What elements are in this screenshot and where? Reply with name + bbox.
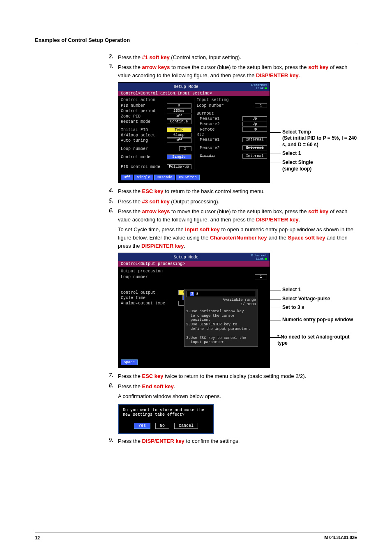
text: Press the bbox=[118, 188, 142, 194]
loop-number-value[interactable]: 1 bbox=[179, 146, 191, 151]
callout-select-temp: Select Temp (Set initial PID to P = 5%, … bbox=[277, 129, 357, 148]
initial-pid-label: Initial PID bbox=[121, 128, 167, 132]
hl-end-soft-key: End soft key bbox=[142, 383, 174, 389]
popup-input-value: 3 bbox=[190, 292, 194, 296]
hl-soft-key: soft key bbox=[308, 208, 328, 214]
dialog-yes-button[interactable]: Yes bbox=[134, 423, 150, 429]
step-number: 7. bbox=[109, 372, 118, 379]
step-4: 4. Press the ESC key to return to the ba… bbox=[109, 187, 357, 196]
text: to move the cursor (blue) to the setup i… bbox=[170, 64, 308, 70]
output-processing-group-title: Output processing bbox=[121, 269, 267, 274]
rjc-measure2-value[interactable]: Internal bbox=[242, 145, 267, 150]
is-loop-number-label: Loop number bbox=[197, 104, 255, 108]
text: To set Cycle time, press the bbox=[118, 226, 185, 233]
hl-disp-enter: DISP/ENTER key bbox=[256, 72, 298, 78]
header-rule bbox=[35, 45, 357, 45]
callout-text: * No need to set Analog-output type bbox=[277, 334, 350, 346]
content-area: 2. Press the #1 soft key (Control action… bbox=[109, 53, 357, 445]
pid-control-mode-value[interactable]: Follow-up bbox=[167, 164, 191, 169]
step-2: 2. Press the #1 soft key (Control action… bbox=[109, 53, 357, 62]
hl-esc-key: ESC key bbox=[142, 373, 164, 379]
dialog-cancel-button[interactable]: Cancel bbox=[174, 423, 198, 429]
text: . bbox=[298, 72, 300, 78]
callout-select-1: Select 1 bbox=[277, 150, 357, 157]
dialog-no-button[interactable]: No bbox=[155, 423, 169, 429]
hl-disp-enter: DISP/ENTER key bbox=[142, 438, 184, 444]
softkey-cascade[interactable]: Cascade bbox=[154, 175, 175, 180]
burnout-measure1-value[interactable]: Up bbox=[242, 116, 267, 121]
callout-text: Select 1 bbox=[282, 150, 301, 156]
hl-soft-key: soft key bbox=[308, 64, 328, 70]
text: Press the bbox=[118, 373, 142, 379]
burnout-measure2-label: Measure2 bbox=[197, 122, 243, 127]
auto-tuning-label: Auto tuning bbox=[121, 138, 167, 143]
step-number: 3. bbox=[109, 63, 118, 70]
softkey-space[interactable]: Space bbox=[121, 359, 138, 365]
burnout-remote-value[interactable]: Up bbox=[242, 127, 267, 132]
callout-select-1: Select 1 bbox=[277, 287, 357, 293]
input-setting-group-title: Input setting bbox=[197, 98, 267, 102]
popup-range-label: Available range bbox=[223, 298, 256, 302]
softkey-off[interactable]: Off bbox=[121, 175, 133, 180]
step-6: 6. Press the arrow keys to move the curs… bbox=[109, 207, 357, 224]
step-body: Press the arrow keys to move the cursor … bbox=[118, 63, 357, 80]
op-loop-number-value[interactable]: 1 bbox=[255, 274, 267, 279]
burnout-measure2-value[interactable]: Up bbox=[242, 122, 267, 127]
text: . bbox=[184, 243, 185, 249]
rjc-measure1-value[interactable]: Internal bbox=[242, 137, 267, 142]
hl-softkey-1: #1 soft key bbox=[142, 54, 170, 60]
screenshot-1: Setup Mode Ethernet Link Control<Control… bbox=[118, 82, 270, 183]
control-output-label: Control output bbox=[121, 290, 178, 295]
callout-text: (Set initial PID to P = 5%, I = 240 s, a… bbox=[282, 135, 357, 147]
control-period-value[interactable]: 250ms bbox=[167, 108, 191, 113]
text: . bbox=[298, 216, 300, 223]
control-mode-value[interactable]: Single bbox=[167, 154, 191, 159]
rjc-measure2-label: Measure2 bbox=[197, 146, 243, 150]
step-body: Press the arrow keys to move the cursor … bbox=[118, 207, 357, 224]
popup-range-value: 1/ 1000 bbox=[240, 302, 256, 306]
step-8-sub: A confirmation window shown below opens. bbox=[118, 392, 357, 401]
hl-arrow-keys: arrow keys bbox=[142, 208, 170, 214]
ethernet-status: Ethernet Link bbox=[251, 83, 267, 90]
zone-pid-value[interactable]: Off bbox=[167, 114, 191, 119]
step-body: Press the ESC key to return to the basic… bbox=[118, 187, 357, 196]
screenshot-subbar: Control<Output processing> bbox=[118, 261, 270, 267]
popup-input-line[interactable]: 3 s bbox=[186, 291, 256, 297]
hl-disp-enter: DISP/ENTER key bbox=[256, 216, 298, 223]
cycle-time-label: Cycle time bbox=[121, 296, 182, 300]
popup-input-suffix: s bbox=[196, 292, 198, 296]
page-number: 12 bbox=[35, 535, 40, 540]
text: . bbox=[174, 383, 175, 389]
loop-select-value[interactable]: 6loop bbox=[167, 133, 191, 138]
initial-pid-value[interactable]: Temp bbox=[167, 127, 191, 132]
callout-numeric-popup: Numeric entry pop-up window bbox=[277, 317, 357, 323]
screenshot-titlebar: Setup Mode Ethernet Link bbox=[118, 253, 270, 261]
callout-select-voltage-pulse: Select Voltage-pulse bbox=[277, 296, 357, 302]
screenshot-titlebar: Setup Mode Ethernet Link bbox=[118, 83, 270, 91]
softkey-pvswitch[interactable]: PVSwitch bbox=[176, 175, 199, 180]
screenshot-subbar: Control<Control action,Input setting> bbox=[118, 91, 270, 96]
rjc-label: RJC bbox=[197, 132, 267, 137]
text: Press the bbox=[118, 438, 142, 444]
hl-space-soft-key: Space soft key bbox=[288, 235, 325, 241]
step-7: 7. Press the ESC key twice to return to … bbox=[109, 372, 357, 380]
step-5: 5. Press the #3 soft key (Output process… bbox=[109, 198, 357, 206]
pid-number-value[interactable]: 8 bbox=[167, 103, 191, 108]
zone-pid-label: Zone PID bbox=[121, 114, 167, 119]
setup-mode-title: Setup Mode bbox=[174, 255, 198, 260]
is-loop-number-value[interactable]: 1 bbox=[255, 103, 267, 108]
rjc-measure1-label: Measure1 bbox=[197, 138, 243, 142]
footer-rule bbox=[35, 532, 357, 532]
softkey-row: Space bbox=[118, 358, 270, 368]
restart-mode-value[interactable]: Continue bbox=[167, 119, 191, 124]
text: Press the bbox=[118, 383, 142, 389]
callout-text: Numeric entry pop-up window bbox=[282, 317, 353, 322]
rjc-remote-value[interactable]: Internal bbox=[242, 154, 267, 159]
auto-tuning-value[interactable]: Off bbox=[167, 138, 191, 143]
step-number: 4. bbox=[109, 187, 118, 194]
step-number: 9. bbox=[109, 437, 118, 444]
callout-text: Select Temp bbox=[282, 129, 311, 135]
softkey-single[interactable]: Single bbox=[134, 175, 153, 180]
hl-input-soft-key: Input soft key bbox=[185, 226, 220, 233]
burnout-remote-label: Remote bbox=[197, 127, 243, 132]
